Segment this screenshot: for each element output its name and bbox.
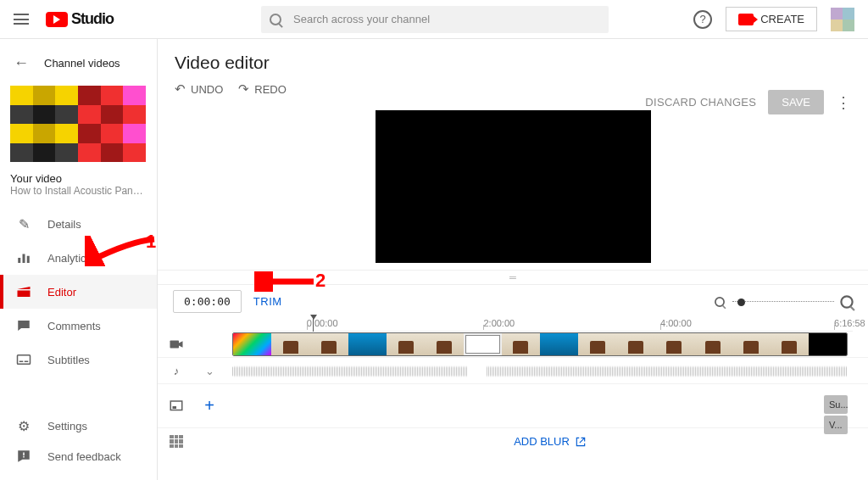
audio-track-row: ♪ ⌄ <box>158 358 868 384</box>
discard-changes-button[interactable]: DISCARD CHANGES <box>645 96 756 109</box>
search-input[interactable]: Search across your channel <box>261 6 609 33</box>
ruler-tick: 4:00:00 <box>660 318 692 328</box>
menu-button[interactable] <box>14 11 31 28</box>
video-track-icon <box>158 337 186 352</box>
sidebar-item-subtitles[interactable]: Subtitles <box>0 343 157 377</box>
sidebar-item-label: Subtitles <box>47 354 90 366</box>
sidebar: ← Channel videos Your video How to Insta… <box>0 39 158 480</box>
sidebar-item-label: Editor <box>47 286 76 299</box>
search-placeholder: Search across your channel <box>293 13 430 25</box>
comments-icon <box>15 317 32 334</box>
endscreen-track-icon <box>158 399 186 414</box>
video-preview[interactable] <box>376 110 651 263</box>
ruler-tick: 2:00:00 <box>483 318 515 328</box>
subtitles-icon <box>15 351 32 368</box>
add-blur-label: ADD BLUR <box>514 435 570 448</box>
your-video-heading: Your video <box>0 170 157 185</box>
zoom-in-button[interactable] <box>840 295 853 308</box>
svg-rect-0 <box>18 258 20 263</box>
sidebar-item-label: Comments <box>47 320 101 332</box>
header: Studio Search across your channel ? CREA… <box>0 0 868 39</box>
svg-rect-7 <box>23 456 25 458</box>
more-options-button[interactable]: ⋮ <box>836 93 851 112</box>
sidebar-item-label: Send feedback <box>47 450 121 463</box>
header-right: ? CREATE <box>693 7 854 31</box>
svg-rect-4 <box>19 361 24 363</box>
svg-rect-6 <box>23 453 25 456</box>
save-button[interactable]: SAVE <box>768 90 824 114</box>
sidebar-item-label: Details <box>47 218 81 231</box>
sidebar-item-editor[interactable]: Editor <box>0 275 157 309</box>
blur-track-icon <box>158 435 186 449</box>
sidebar-item-settings[interactable]: ⚙ Settings <box>0 410 157 441</box>
trim-button[interactable]: TRIM <box>253 295 282 308</box>
sidebar-nav: ✎ Details Analytics Editor Comments <box>0 207 157 377</box>
svg-rect-8 <box>170 341 180 349</box>
clapper-icon <box>15 283 32 300</box>
undo-label: UNDO <box>191 83 223 96</box>
playhead[interactable] <box>313 318 314 332</box>
timeline-toolbar: 0:00:00 TRIM <box>158 285 868 318</box>
create-label: CREATE <box>760 13 804 25</box>
create-button[interactable]: CREATE <box>726 7 817 31</box>
editor-header: Video editor ↶ UNDO ↷ REDO DISCARD CHANG… <box>158 39 868 103</box>
endscreen-track-row: + Su...V... <box>158 384 868 428</box>
account-avatar[interactable] <box>831 8 854 31</box>
gear-icon: ⚙ <box>15 417 32 434</box>
redo-label: REDO <box>254 83 287 96</box>
endscreen-chip[interactable]: Su... <box>824 395 848 414</box>
blur-track-row: ADD BLUR <box>158 428 868 455</box>
content: ← Channel videos Your video How to Insta… <box>0 39 868 480</box>
analytics-icon <box>15 249 32 266</box>
video-track-row <box>158 332 868 358</box>
back-arrow-icon: ← <box>14 54 29 72</box>
logo-text: Studio <box>71 10 114 28</box>
help-button[interactable]: ? <box>693 10 712 29</box>
zoom-control <box>714 296 853 308</box>
editor-actions-right: DISCARD CHANGES SAVE ⋮ <box>645 90 851 114</box>
endscreen-chip[interactable]: V... <box>824 416 848 434</box>
add-endscreen-button[interactable]: + <box>186 396 232 416</box>
undo-icon: ↶ <box>175 81 186 97</box>
sidebar-item-comments[interactable]: Comments <box>0 309 157 343</box>
redo-icon: ↷ <box>238 81 249 97</box>
svg-rect-2 <box>27 256 30 263</box>
editor-panel: Video editor ↶ UNDO ↷ REDO DISCARD CHANG… <box>158 39 868 480</box>
your-video-title: How to Install Acoustic Panels? MM... <box>0 185 157 207</box>
svg-rect-5 <box>25 361 29 363</box>
svg-rect-3 <box>18 355 31 365</box>
endscreen-track[interactable]: Su...V... <box>232 393 853 419</box>
timeline: 0:00:002:00:004:00:006:16:58 <box>158 318 868 455</box>
open-icon <box>575 436 587 448</box>
panel-resize-handle[interactable]: ═ <box>158 270 868 285</box>
undo-button[interactable]: ↶ UNDO <box>175 81 223 97</box>
timeline-ruler[interactable]: 0:00:002:00:004:00:006:16:58 <box>232 318 853 332</box>
audio-track-icon: ♪ <box>158 365 186 377</box>
create-icon <box>738 14 754 25</box>
page-title: Video editor <box>175 53 851 73</box>
sidebar-item-label: Analytics <box>47 252 92 265</box>
ruler-tick: 6:16:58 <box>834 318 865 328</box>
back-label: Channel videos <box>44 57 120 70</box>
sidebar-item-feedback[interactable]: Send feedback <box>0 441 157 472</box>
search-icon <box>270 14 281 25</box>
youtube-icon <box>46 12 68 27</box>
timecode-input[interactable]: 0:00:00 <box>173 290 242 313</box>
audio-track[interactable] <box>232 358 853 383</box>
video-thumbnail[interactable] <box>10 86 146 162</box>
add-blur-button[interactable]: ADD BLUR <box>232 428 868 455</box>
sidebar-item-details[interactable]: ✎ Details <box>0 207 157 241</box>
video-track[interactable] <box>232 332 853 357</box>
svg-rect-10 <box>173 406 177 409</box>
svg-rect-1 <box>23 254 25 264</box>
redo-button[interactable]: ↷ REDO <box>238 81 287 97</box>
pencil-icon: ✎ <box>15 215 32 232</box>
sidebar-item-label: Settings <box>47 420 87 433</box>
zoom-out-button[interactable] <box>715 297 725 307</box>
back-to-channel-videos[interactable]: ← Channel videos <box>0 47 157 79</box>
youtube-studio-logo[interactable]: Studio <box>46 10 114 28</box>
audio-expand-button[interactable]: ⌄ <box>186 365 232 377</box>
sidebar-item-analytics[interactable]: Analytics <box>0 241 157 275</box>
feedback-icon <box>15 448 32 465</box>
zoom-slider[interactable] <box>732 301 834 303</box>
